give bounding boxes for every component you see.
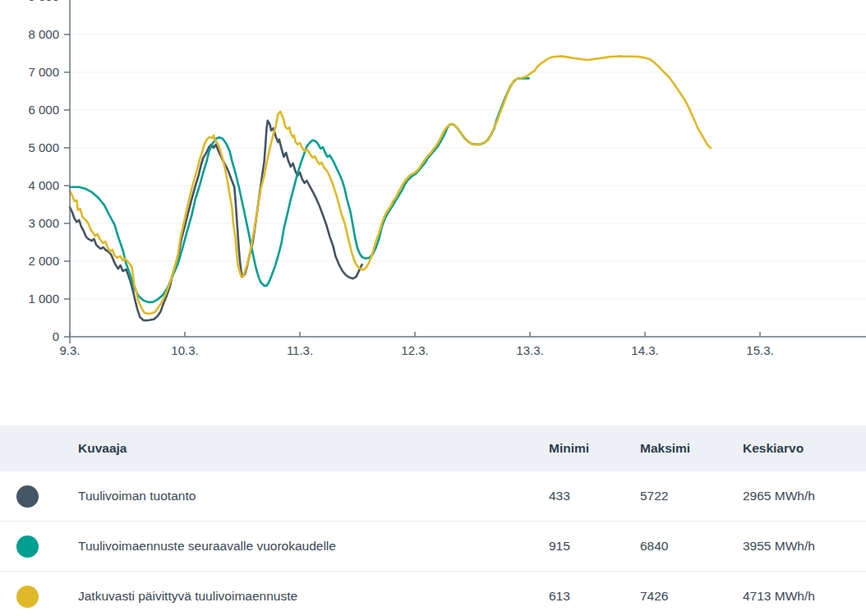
svg-text:4 000: 4 000 xyxy=(28,178,59,192)
svg-text:14.3.: 14.3. xyxy=(631,343,658,357)
series-avg: 2965 MWh/h xyxy=(743,489,866,503)
series-max: 6840 xyxy=(640,539,743,554)
series-color-dot-icon xyxy=(16,586,39,608)
series-color-dot-icon xyxy=(16,485,39,508)
series-min: 613 xyxy=(549,589,640,604)
svg-text:12.3.: 12.3. xyxy=(401,343,428,357)
svg-text:3 000: 3 000 xyxy=(28,216,59,230)
svg-text:2 000: 2 000 xyxy=(28,254,59,268)
series-avg: 3955 MWh/h xyxy=(743,539,866,554)
svg-text:7 000: 7 000 xyxy=(28,65,59,79)
svg-text:9.3.: 9.3. xyxy=(59,343,80,357)
wind-power-dashboard: { "chart_data": { "type": "line", "title… xyxy=(0,0,866,616)
series-label: Tuulivoimaennuste seuraavalle vuorokaude… xyxy=(54,539,549,554)
header-minimi: Minimi xyxy=(549,441,640,456)
svg-text:11.3.: 11.3. xyxy=(287,343,313,357)
series-label: Jatkuvasti päivittyvä tuulivoimaennuste xyxy=(54,589,549,604)
header-keskiarvo: Keskiarvo xyxy=(743,441,866,456)
dot-dayahead xyxy=(16,536,39,558)
wind-power-chart[interactable]: 01 0002 0003 0004 0005 0006 0007 0008 00… xyxy=(0,0,866,370)
legend-row-dayahead-forecast[interactable]: Tuulivoimaennuste seuraavalle vuorokaude… xyxy=(0,521,866,571)
svg-text:5 000: 5 000 xyxy=(28,140,59,154)
legend-row-production[interactable]: Tuulivoiman tuotanto 433 5722 2965 MWh/h xyxy=(0,471,866,521)
dot-updating xyxy=(16,586,39,608)
series-max: 5722 xyxy=(640,489,743,503)
series-avg: 4713 MWh/h xyxy=(743,589,866,604)
series-min: 915 xyxy=(549,539,640,554)
svg-text:0: 0 xyxy=(53,329,59,343)
svg-text:8 000: 8 000 xyxy=(28,27,59,41)
dot-production xyxy=(16,485,39,508)
legend-row-updating-forecast[interactable]: Jatkuvasti päivittyvä tuulivoimaennuste … xyxy=(0,571,866,616)
stats-table-header: Kuvaaja Minimi Maksimi Keskiarvo xyxy=(0,425,866,471)
series-label: Tuulivoiman tuotanto xyxy=(54,489,549,503)
header-kuvaaja: Kuvaaja xyxy=(54,441,549,456)
svg-text:9 000: 9 000 xyxy=(28,0,59,3)
svg-text:1 000: 1 000 xyxy=(28,292,59,306)
svg-text:6 000: 6 000 xyxy=(28,103,59,117)
series-color-dot-icon xyxy=(16,536,39,558)
series-max: 7426 xyxy=(640,589,743,604)
series-min: 433 xyxy=(549,489,640,503)
stats-table: Kuvaaja Minimi Maksimi Keskiarvo Tuulivo… xyxy=(0,425,866,616)
svg-text:10.3.: 10.3. xyxy=(171,343,198,357)
header-maksimi: Maksimi xyxy=(640,441,743,456)
svg-text:13.3.: 13.3. xyxy=(516,343,543,357)
wind-chart-svg[interactable]: 01 0002 0003 0004 0005 0006 0007 0008 00… xyxy=(0,0,866,370)
svg-text:15.3.: 15.3. xyxy=(746,343,773,357)
